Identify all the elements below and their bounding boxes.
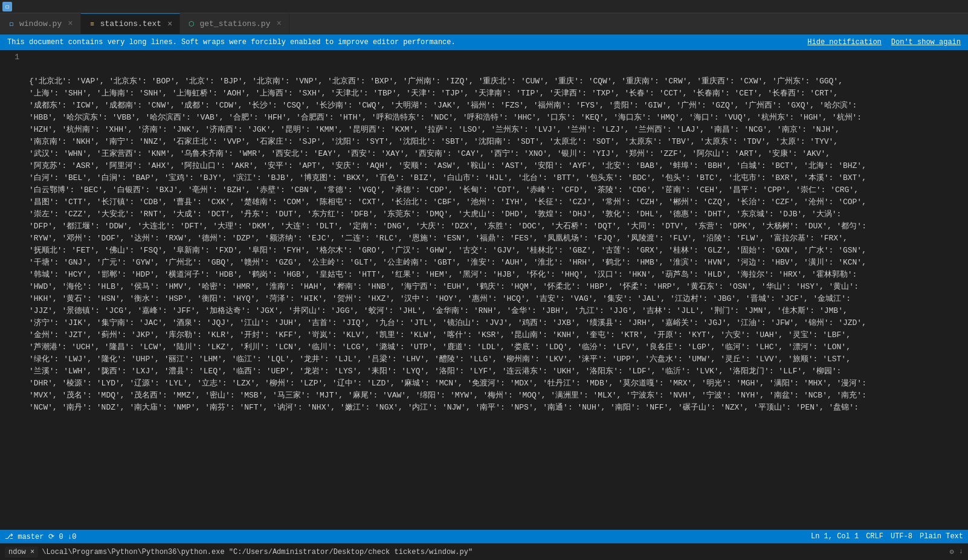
git-branch: ⎇ master [5,532,44,541]
code-line-1: {'北京北': 'VAP', '北京东': 'BOP', '北京': 'BJP'… [29,76,963,88]
terminal-settings-icon[interactable]: ⚙ [950,547,954,556]
hide-notification-button[interactable]: Hide notification [807,38,881,47]
line-ending: CRLF [866,532,883,541]
code-line-10: '白云鄂博': 'BEC', '白银西': 'BXJ', '亳州': 'BZH'… [29,184,963,196]
code-line-6: '南京南': 'NKH', '南宁': 'NNZ', '石家庄北': 'VVP'… [29,136,963,148]
tab-stations-label: stations.text [100,19,161,28]
code-line-19: 'HKH', '黄石': 'HSN', '衡水': 'HSP', '衡阳': '… [29,293,963,305]
terminal-path: \Local\Programs\Python\Python36\python.e… [42,548,473,556]
encoding: UTF-8 [891,532,912,541]
editor-area: 1 {'北京北': 'VAP', '北京东': 'BOP', '北京': 'BJ… [0,50,968,530]
title-bar: ◻ [0,0,968,13]
code-line-7: '武汉': 'WHN', '王家营西': 'KNM', '乌鲁木齐南': 'WM… [29,148,963,160]
code-line-5: 'HZH', '杭州南': 'XHH', '济南': 'JNK', '济南西':… [29,124,963,136]
notification-bar: This document contains very long lines. … [0,34,968,50]
tab-get-stations-label: get_stations.py [199,19,270,28]
tab-get-stations[interactable]: ⬡ get_stations.py × [180,13,289,34]
code-line-2: '上海': 'SHH', '上海南': 'SNH', '上海虹桥': 'AOH'… [29,88,963,100]
code-line-28: 'NCW', '南丹': 'NDZ', '南大庙': 'NMP', '南芬': … [29,402,963,414]
notification-message: This document contains very long lines. … [7,38,456,47]
app-icon: ◻ [2,2,12,11]
status-left: ⎇ master ⟳ 0 ↓0 [5,532,76,541]
code-line-22: '金州': 'JZT', '蓟州': 'JKP', '库尔勒': 'KLR', … [29,329,963,341]
code-line-14: 'RYW', '邓州': 'DOF', '达州': 'RXW', '德州': '… [29,233,963,245]
window-file-icon: ◻ [7,19,16,28]
code-line-3: '成都东': 'ICW', '成都南': 'CNW', '成都': 'CDW',… [29,100,963,112]
tab-window[interactable]: ◻ window.py × [0,13,81,34]
code-line-9: '白河': 'BEL', '白涧': 'BAP', '宝鸡': 'BJY', '… [29,172,963,184]
sync-icon: ⟳ 0 ↓0 [48,532,76,541]
language: Plain Text [920,532,963,541]
python-file-icon: ⬡ [187,19,196,28]
code-line-13: 'DFP', '都江堰': 'DDW', '大连北': 'DFT', '大理':… [29,220,963,233]
code-line-11: '昌图': 'CTT', '长汀镇': 'CDB', '曹县': 'CXK', … [29,196,963,208]
terminal-bar: ndow × \Local\Programs\Python\Python36\p… [0,543,968,560]
dont-show-notification-button[interactable]: Don't show again [891,38,961,47]
tab-get-stations-close[interactable]: × [276,19,281,28]
tab-bar: ◻ window.py × ≡ stations.text × ⬡ get_st… [0,13,968,34]
code-line-8: '阿克苏': 'ASR', '阿里河': 'AHX', '阿拉山口': 'AKR… [29,160,963,172]
terminal-icons: ⚙ ↓ [950,547,963,556]
code-line-25: '兰溪': 'LWH', '陇西': 'LXJ', '澧县': 'LEQ', '… [29,365,963,378]
code-line-20: 'JJZ', '景德镇': 'JCG', '嘉峰': 'JFF', '加格达奇'… [29,305,963,317]
code-line-16: '干塘': 'GNJ', '广元': 'GYW', '广州北': 'GBQ', … [29,257,963,269]
line-number-1: 1 [7,51,19,63]
code-line-21: '济宁': 'JIK', '集宁南': 'JAC', '酒泉': 'JQJ', … [29,317,963,329]
status-bar: ⎇ master ⟳ 0 ↓0 Ln 1, Col 1 CRLF UTF-8 P… [0,530,968,543]
code-line-26: 'DHR', '棱源': 'LYD', '辽源': 'LYL', '立志': '… [29,378,963,390]
status-right: Ln 1, Col 1 CRLF UTF-8 Plain Text [811,532,963,541]
code-line-18: 'HWD', '海伦': 'HLB', '侯马': 'HMV', '哈密': '… [29,281,963,293]
tab-stations-close[interactable]: × [167,20,172,28]
code-line-17: '韩城': 'HCY', '邯郸': 'HDP', '横道河子': 'HDB',… [29,269,963,281]
tab-window-close[interactable]: × [68,19,73,28]
cursor-position: Ln 1, Col 1 [811,532,859,541]
text-file-icon: ≡ [88,20,97,28]
code-line-23: '芦潮港': 'UCH', '隆昌': 'LCW', '陆川': 'LKZ', … [29,341,963,353]
code-line-4: 'HBB', '哈尔滨东': 'VBB', '哈尔滨西': 'VAB', '合肥… [29,112,963,124]
code-content[interactable]: {'北京北': 'VAP', '北京东': 'BOP', '北京': 'BJP'… [24,50,968,530]
line-numbers: 1 [0,50,24,530]
notification-actions: Hide notification Don't show again [807,38,961,47]
code-line-15: '抚顺北': 'FET', '佛山': 'FSQ', '阜新南': 'FXD',… [29,245,963,257]
terminal-tab-ndow[interactable]: ndow × [5,547,38,558]
code-line-12: '崇左': 'CZZ', '大安北': 'RNT', '大成': 'DCT', … [29,208,963,220]
code-line-27: 'MVX', '茂名': 'MDQ', '茂名西': 'MMZ', '密山': … [29,390,963,402]
code-line-24: '绿化': 'LWJ', '隆化': 'UHP', '丽江': 'LHM', '… [29,353,963,365]
terminal-close-icon[interactable]: ↓ [959,547,963,556]
tab-window-label: window.py [19,19,62,28]
tab-stations[interactable]: ≡ stations.text × [81,13,181,34]
